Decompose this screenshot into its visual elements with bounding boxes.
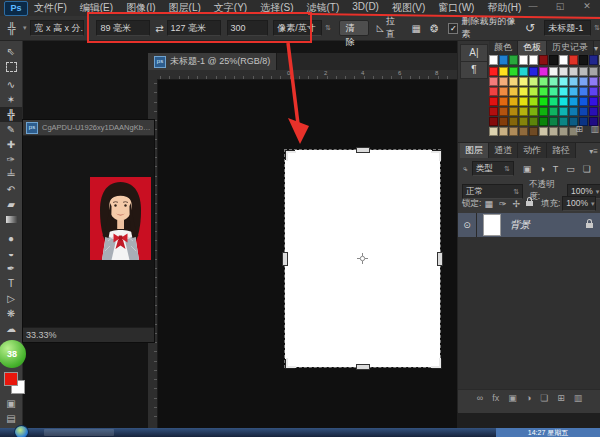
tab-色板[interactable]: 色板 <box>518 40 547 55</box>
swatch[interactable] <box>589 77 598 86</box>
swatch[interactable] <box>549 87 558 96</box>
menu-item[interactable]: 文字(Y) <box>214 1 247 15</box>
brush-tool[interactable]: ✑ <box>0 152 22 167</box>
swatch[interactable] <box>529 77 538 86</box>
menu-item[interactable]: 文件(F) <box>34 1 67 15</box>
crop-overlay-icon[interactable]: ▦ <box>412 23 421 34</box>
swatch[interactable] <box>559 67 568 76</box>
floating-window-titlebar[interactable]: ps CgAPDU-U1926xy1DAANgKbgbhHc... <box>23 120 154 136</box>
layer-filter-select[interactable]: 类型⇅ <box>472 161 514 176</box>
filter-type-layers-icon[interactable]: T <box>553 164 559 174</box>
document-tab[interactable]: ps 未标题-1 @ 25%(RGB/8) <box>148 53 277 70</box>
clear-button[interactable]: 清除 <box>339 20 369 36</box>
swatch[interactable] <box>509 67 518 76</box>
delete-cropped-checkbox[interactable]: ✓ <box>448 23 458 34</box>
layer-row-background[interactable]: ⊙ 背景 <box>458 213 600 237</box>
delete-swatch-icon[interactable]: ▥ <box>590 124 599 134</box>
workspace-select[interactable]: 未标题-1 <box>544 20 591 36</box>
menu-item[interactable]: 图像(I) <box>126 1 155 15</box>
move-tool[interactable]: ⇖ <box>0 44 22 59</box>
swatch[interactable] <box>589 107 598 116</box>
character-panel-icon[interactable]: A| <box>460 44 488 62</box>
swatch[interactable] <box>489 97 498 106</box>
swatch[interactable] <box>489 67 498 76</box>
swatch[interactable] <box>519 107 528 116</box>
eyedropper-tool[interactable]: ✎ <box>0 122 22 137</box>
unit-select-arrows[interactable]: ⇅ <box>325 24 331 32</box>
swatch[interactable] <box>539 87 548 96</box>
crop-handle-left[interactable] <box>282 252 288 266</box>
crop-height-input[interactable]: 127 毫米 <box>167 20 221 36</box>
swatch[interactable] <box>489 55 498 65</box>
tab-历史记录[interactable]: 历史记录 <box>547 40 594 55</box>
swatch[interactable] <box>539 55 548 65</box>
menu-item[interactable]: 滤镜(T) <box>307 1 340 15</box>
swatch[interactable] <box>529 107 538 116</box>
swatch[interactable] <box>509 77 518 86</box>
layer-thumbnail[interactable] <box>483 214 501 236</box>
swatch[interactable] <box>539 97 548 106</box>
swatch[interactable] <box>589 67 598 76</box>
layer-style-icon[interactable]: fx <box>492 393 499 403</box>
swatch[interactable] <box>569 77 578 86</box>
filter-adjustment-layers-icon[interactable]: ◑ <box>539 164 544 174</box>
path-select-tool[interactable]: ▷ <box>0 291 22 306</box>
swatch[interactable] <box>589 87 598 96</box>
menu-item[interactable]: 选择(S) <box>260 1 293 15</box>
custom-shape-tool[interactable]: ❋ <box>0 306 22 321</box>
swatch[interactable] <box>549 55 558 65</box>
swap-dimensions-icon[interactable]: ⇄ <box>152 23 166 34</box>
menu-item[interactable]: 编辑(E) <box>80 1 113 15</box>
swatch[interactable] <box>529 87 538 96</box>
type-tool[interactable]: T <box>0 276 22 291</box>
zoom-level[interactable]: 33.33% <box>26 330 57 340</box>
crop-resolution-input[interactable]: 300 <box>227 20 269 36</box>
swatch[interactable] <box>559 107 568 116</box>
close-button[interactable]: ✕ <box>580 1 594 11</box>
lock-position-icon[interactable]: ✢ <box>512 199 520 209</box>
healing-brush-tool[interactable]: ✚ <box>0 137 22 152</box>
swatch[interactable] <box>539 107 548 116</box>
screen-mode-button[interactable]: ▤ <box>0 413 22 424</box>
swatch[interactable] <box>559 97 568 106</box>
tab-图层[interactable]: 图层 <box>460 143 489 158</box>
swatch[interactable] <box>539 77 548 86</box>
new-swatch-icon[interactable]: ⊞ <box>575 124 583 134</box>
menu-item[interactable]: 视图(V) <box>392 1 425 15</box>
swatch[interactable] <box>579 107 588 116</box>
crop-settings-gear-icon[interactable]: ❂ <box>430 23 438 34</box>
straighten-label[interactable]: 拉直 <box>386 15 402 41</box>
crop-handle-top[interactable] <box>356 147 370 153</box>
eraser-tool[interactable]: ▰ <box>0 197 22 212</box>
swatch[interactable] <box>509 97 518 106</box>
swatch[interactable] <box>529 67 538 76</box>
straighten-icon[interactable]: ◺ <box>377 23 384 33</box>
swatch[interactable] <box>509 107 518 116</box>
swatch[interactable] <box>509 87 518 96</box>
swatch[interactable] <box>569 107 578 116</box>
layer-visibility-eye-icon[interactable]: ⊙ <box>458 213 477 237</box>
filter-smart-objects-icon[interactable]: ❏ <box>583 164 591 174</box>
magic-wand-tool[interactable]: ✶ <box>0 92 22 107</box>
swatch[interactable] <box>499 55 508 65</box>
swatch[interactable] <box>549 77 558 86</box>
swatch[interactable] <box>579 87 588 96</box>
paragraph-panel-icon[interactable]: ¶ <box>460 61 488 79</box>
lasso-tool[interactable]: ∿ <box>0 77 22 92</box>
swatch[interactable] <box>569 87 578 96</box>
delete-cropped-label[interactable]: 删除裁剪的像素 <box>461 15 517 41</box>
swatch[interactable] <box>549 67 558 76</box>
swatch[interactable] <box>499 77 508 86</box>
crop-handle-bottom[interactable] <box>356 364 370 370</box>
swatch[interactable] <box>559 77 568 86</box>
swatch[interactable] <box>519 87 528 96</box>
marquee-tool[interactable] <box>0 62 22 77</box>
swatch[interactable] <box>579 97 588 106</box>
swatch[interactable] <box>489 87 498 96</box>
swatch[interactable] <box>519 77 528 86</box>
workspace-select-arrows[interactable]: ⇅ <box>594 24 600 32</box>
start-button[interactable] <box>14 425 29 437</box>
foreground-color-swatch[interactable] <box>4 372 18 386</box>
swatch[interactable] <box>549 107 558 116</box>
swatch[interactable] <box>589 55 598 65</box>
